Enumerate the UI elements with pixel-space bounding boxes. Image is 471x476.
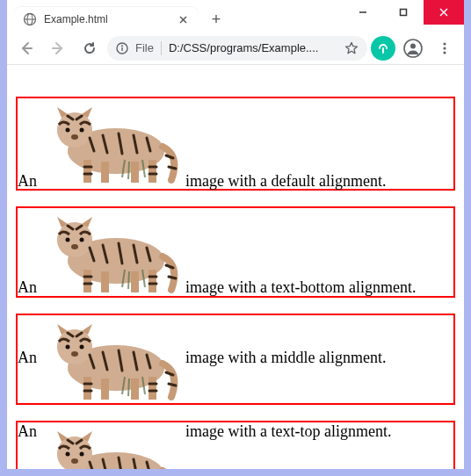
profile-button[interactable] — [399, 34, 427, 62]
back-button[interactable] — [12, 34, 40, 62]
reload-icon — [82, 40, 98, 56]
svg-point-18 — [443, 47, 446, 49]
tiger-image — [41, 422, 182, 469]
row-suffix: image with a text-top alignment. — [185, 422, 391, 440]
svg-point-19 — [443, 51, 446, 54]
svg-rect-13 — [121, 47, 122, 51]
svg-rect-1 — [401, 10, 407, 16]
extension-button[interactable] — [371, 36, 395, 61]
forward-button[interactable] — [44, 34, 72, 62]
star-icon — [344, 41, 359, 55]
titlebar: Example.html + — [7, 0, 464, 32]
close-icon — [439, 8, 448, 17]
row-prefix: An — [18, 422, 37, 440]
x-icon — [179, 16, 187, 24]
svg-point-16 — [410, 43, 416, 48]
svg-point-17 — [443, 42, 446, 45]
tiger-image — [41, 315, 182, 403]
new-tab-button[interactable]: + — [204, 7, 228, 32]
row-suffix: image with a default alignment. — [185, 172, 386, 190]
close-button[interactable] — [424, 0, 464, 25]
row-suffix: image with a middle alignment. — [185, 349, 386, 366]
svg-point-12 — [121, 45, 123, 47]
profile-icon — [403, 39, 423, 58]
address-separator — [161, 41, 162, 55]
example-row-default: An image with a default alignment. — [16, 97, 455, 191]
tab-close-button[interactable] — [176, 12, 190, 26]
kebab-icon — [438, 41, 452, 55]
toolbar: File D:/CSS/programs/Example.... — [7, 32, 464, 65]
row-prefix: An — [18, 172, 37, 190]
window-controls — [343, 0, 464, 25]
example-row-text-top: An image with a text-top alignment. — [16, 421, 455, 469]
row-suffix: image with a text-bottom alignment. — [185, 278, 416, 296]
menu-button[interactable] — [431, 34, 459, 62]
tab-title: Example.html — [44, 13, 169, 25]
example-row-text-bottom: An image with a text-bottom alignment. — [16, 206, 455, 298]
address-label: File — [135, 41, 154, 54]
maximize-icon — [399, 8, 408, 17]
bookmark-button[interactable] — [344, 41, 359, 55]
extension-icon — [377, 42, 389, 54]
reload-button[interactable] — [76, 34, 104, 62]
row-prefix: An — [18, 278, 37, 296]
page-viewport[interactable]: An image with a default alignment. An im… — [7, 65, 464, 469]
address-path: D:/CSS/programs/Example.... — [169, 41, 337, 54]
row-prefix: An — [18, 349, 37, 366]
minimize-button[interactable] — [343, 0, 383, 25]
maximize-button[interactable] — [383, 0, 424, 25]
arrow-right-icon — [50, 40, 66, 56]
tiger-image — [41, 98, 182, 186]
address-bar[interactable]: File D:/CSS/programs/Example.... — [107, 36, 367, 61]
tiger-image — [41, 208, 182, 296]
info-icon — [116, 42, 128, 54]
tab-example[interactable]: Example.html — [14, 7, 199, 32]
example-row-middle: An image with a middle alignment. — [16, 314, 455, 405]
minimize-icon — [359, 8, 367, 17]
globe-icon — [23, 12, 37, 26]
tabstrip: Example.html + — [14, 7, 228, 32]
arrow-left-icon — [18, 40, 34, 56]
